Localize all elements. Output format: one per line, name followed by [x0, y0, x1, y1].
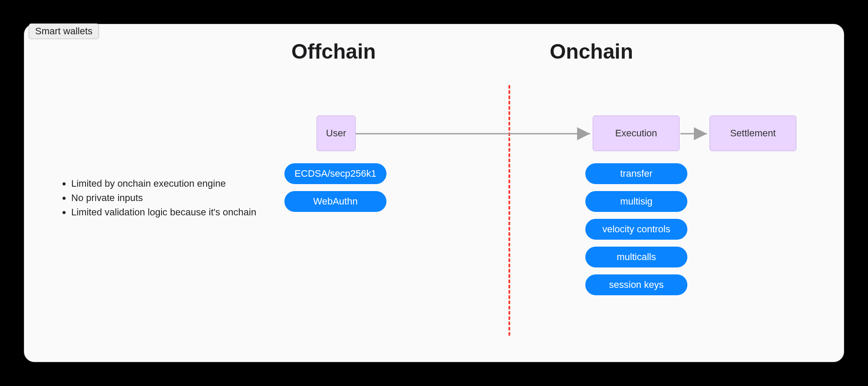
exec-pill-transfer: transfer [585, 163, 687, 184]
heading-onchain: Onchain [550, 40, 633, 63]
exec-pill-velocity: velocity controls [585, 219, 687, 240]
panel-tab-label: Smart wallets [29, 23, 99, 39]
exec-pill-multisig: multisig [585, 191, 687, 212]
heading-offchain: Offchain [291, 40, 376, 63]
exec-pill-multicalls: multicalls [585, 247, 687, 267]
flow-arrows [356, 129, 710, 139]
user-pill-webauthn: WebAuthn [284, 191, 386, 212]
user-pill-ecdsa: ECDSA/secp256k1 [284, 163, 386, 184]
bullet-item: Limited validation logic because it's on… [71, 205, 256, 219]
limitations-list: Limited by onchain execution engine No p… [59, 176, 256, 219]
bullet-item: Limited by onchain execution engine [71, 176, 256, 191]
diagram-panel: Smart wallets Offchain Onchain Limited b… [24, 24, 844, 362]
exec-pill-sessionkeys: session keys [585, 274, 687, 295]
offchain-onchain-divider [508, 85, 510, 336]
bullet-item: No private inputs [71, 191, 256, 205]
node-settlement: Settlement [710, 115, 796, 151]
node-user: User [317, 115, 356, 151]
